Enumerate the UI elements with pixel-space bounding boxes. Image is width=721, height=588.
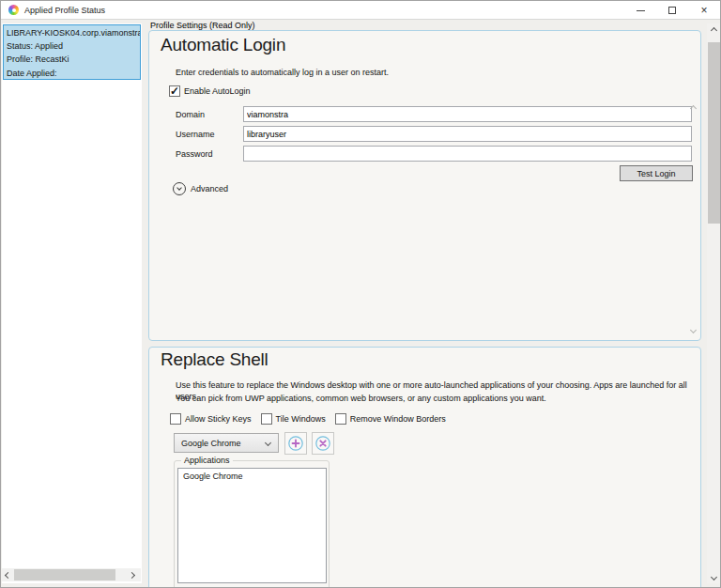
scroll-down-button[interactable] — [707, 570, 721, 583]
password-label: Password — [176, 149, 213, 159]
scroll-right-button[interactable] — [126, 568, 138, 581]
test-login-button[interactable]: Test Login — [620, 165, 693, 181]
panel-scroll-down-icon[interactable] — [690, 327, 697, 333]
remove-window-borders-label: Remove Window Borders — [350, 414, 446, 424]
main-vertical-scrollbar[interactable] — [707, 23, 721, 583]
chevron-down-icon — [265, 440, 271, 446]
profile-date-line: Date Applied: — [7, 67, 140, 80]
add-icon — [287, 435, 304, 452]
remove-window-borders-checkbox[interactable] — [335, 413, 346, 425]
enable-autologin-row: Enable AutoLogin — [169, 85, 251, 97]
applications-group-label: Applications — [181, 456, 233, 465]
profile-list: LIBRARY-KIOSK04.corp.viamonstra.c Status… — [2, 23, 142, 583]
allow-sticky-keys-option: Allow Sticky Keys — [170, 413, 252, 425]
tile-windows-option: Tile Windows — [261, 413, 326, 425]
enable-autologin-checkbox[interactable] — [169, 85, 180, 97]
add-application-button[interactable] — [284, 432, 307, 455]
username-input[interactable] — [243, 126, 692, 142]
close-button[interactable]: × — [688, 1, 720, 20]
chevron-right-icon — [129, 571, 135, 578]
replace-shell-title: Replace Shell — [161, 349, 268, 370]
application-list-item[interactable]: Google Chrome — [178, 469, 326, 484]
allow-sticky-keys-label: Allow Sticky Keys — [185, 414, 252, 424]
app-window: Applied Profile Status × LIBRARY-KIOSK04… — [0, 0, 721, 588]
application-select[interactable]: Google Chrome — [174, 433, 279, 453]
minimize-button[interactable] — [624, 1, 656, 20]
domain-input[interactable] — [243, 106, 692, 122]
automatic-login-card: Automatic Login Enter credentials to aut… — [148, 30, 701, 341]
application-select-value: Google Chrome — [181, 439, 266, 448]
allow-sticky-keys-checkbox[interactable] — [170, 413, 181, 425]
enable-autologin-label: Enable AutoLogin — [184, 86, 251, 96]
replace-shell-card: Replace Shell Use this feature to replac… — [148, 347, 701, 588]
minimize-icon — [637, 10, 645, 11]
title-bar: Applied Profile Status × — [1, 1, 720, 20]
advanced-expander[interactable]: Advanced — [173, 182, 228, 195]
chevron-down-icon — [711, 573, 717, 580]
profile-list-item-selected[interactable]: LIBRARY-KIOSK04.corp.viamonstra.c Status… — [3, 24, 141, 80]
remove-window-borders-option: Remove Window Borders — [335, 413, 446, 425]
remove-application-button[interactable] — [312, 432, 334, 455]
username-label: Username — [176, 130, 215, 139]
sidebar-horizontal-scrollbar[interactable] — [2, 568, 141, 581]
scroll-left-button[interactable] — [2, 568, 14, 581]
settings-header: Profile Settings (Read Only) — [150, 21, 255, 30]
horizontal-scroll-thumb[interactable] — [14, 569, 115, 580]
profile-host-line: LIBRARY-KIOSK04.corp.viamonstra.c — [7, 26, 140, 39]
scroll-up-button[interactable] — [707, 23, 721, 37]
password-input[interactable] — [243, 146, 692, 162]
vertical-scroll-thumb[interactable] — [708, 42, 720, 224]
tile-windows-label: Tile Windows — [276, 414, 326, 424]
close-icon: × — [700, 5, 707, 16]
automatic-login-description: Enter credentials to automatically log i… — [176, 67, 389, 78]
applications-listbox[interactable]: Google Chrome — [177, 468, 327, 583]
replace-shell-description-line2: You can pick from UWP applications, comm… — [176, 393, 546, 404]
tile-windows-checkbox[interactable] — [261, 413, 272, 425]
chevron-left-icon — [5, 571, 11, 578]
shell-options-row: Allow Sticky Keys Tile Windows Remove Wi… — [170, 413, 446, 425]
applications-groupbox: Applications Google Chrome — [174, 460, 330, 588]
maximize-icon — [668, 7, 676, 14]
chevron-up-icon — [711, 26, 717, 33]
advanced-label: Advanced — [191, 184, 228, 193]
remove-icon — [314, 435, 331, 452]
expander-chevron-icon — [173, 182, 186, 195]
maximize-button[interactable] — [656, 1, 688, 20]
profile-status-line: Status: Applied — [7, 39, 140, 53]
domain-label: Domain — [176, 110, 205, 119]
profile-name-line: Profile: RecastKi — [7, 53, 140, 66]
app-logo-icon — [8, 5, 19, 15]
window-title: Applied Profile Status — [24, 6, 105, 15]
automatic-login-title: Automatic Login — [161, 35, 285, 55]
window-controls: × — [624, 1, 720, 20]
